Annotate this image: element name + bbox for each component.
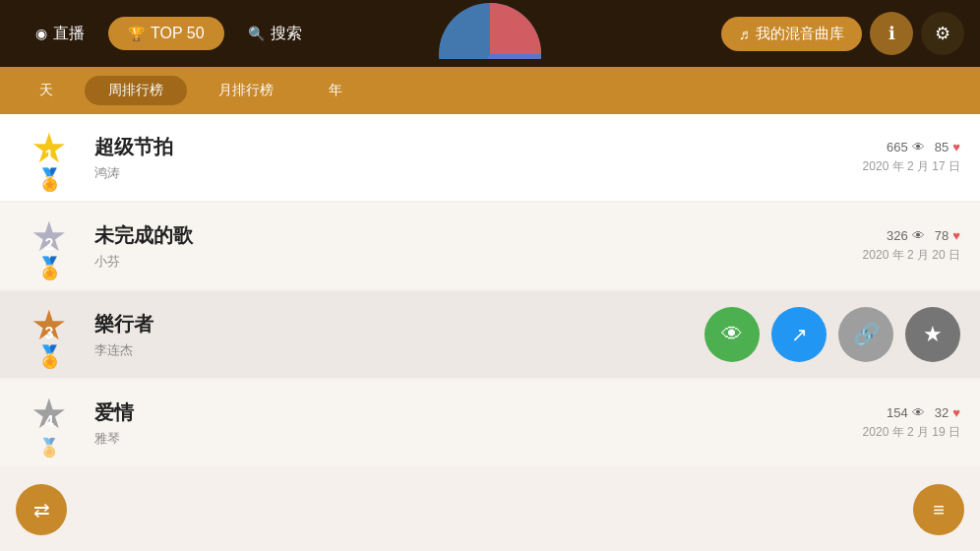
heart-icon-2: ♥	[952, 228, 960, 243]
top-nav: ◉ 直播 🏆 TOP 50 🔍 搜索 ♬ 我的混音曲库 ℹ ⚙	[0, 0, 980, 67]
playlist-icon: ≡	[933, 499, 945, 521]
view-count-2: 326 👁	[887, 228, 925, 243]
my-mix-button[interactable]: ♬ 我的混音曲库	[721, 17, 862, 51]
rank-badge-1: ★ 1 🏅	[20, 128, 79, 187]
rank-date-1: 2020 年 2 月 17 日	[863, 158, 960, 175]
shuffle-icon: ⇄	[33, 498, 50, 521]
eye-icon-1: 👁	[912, 140, 925, 154]
trophy-icon: 🏆	[128, 26, 145, 41]
eye-icon-4: 👁	[912, 405, 925, 420]
rank-title-4: 爱情	[94, 399, 863, 426]
rank-info-1: 超级节拍 鸿涛	[94, 134, 863, 182]
rank-artist-2: 小芬	[94, 253, 863, 271]
rank-artist-3: 李连杰	[94, 341, 689, 359]
search-icon: 🔍	[248, 26, 265, 41]
action-favorite-button[interactable]: ★	[905, 307, 960, 362]
rankings-list: ★ 1 🏅 超级节拍 鸿涛 665 👁 85 ♥	[0, 114, 980, 551]
action-buttons-3: 👁 ↗ 🔗 ★	[704, 307, 960, 362]
rank-artist-1: 鸿涛	[94, 164, 863, 182]
rank-item-3[interactable]: ★ 3 🏅 樂行者 李连杰 👁 ↗ 🔗 ★	[0, 291, 980, 378]
sub-tabs-bar: 天 周排行榜 月排行榜 年	[0, 67, 980, 114]
like-count-4: 32 ♥	[935, 405, 960, 420]
rank-info-4: 爱情 雅琴	[94, 399, 863, 448]
rank-info-2: 未完成的歌 小芬	[94, 222, 863, 271]
rank-stats-1: 665 👁 85 ♥ 2020 年 2 月 17 日	[863, 140, 960, 175]
like-count-1: 85 ♥	[935, 140, 960, 154]
eye-action-icon: 👁	[721, 322, 743, 347]
rank-number-1: 1	[45, 148, 54, 165]
tab-search[interactable]: 🔍 搜索	[228, 16, 322, 52]
laurel-icon-2: 🏅	[36, 258, 63, 279]
rank-badge-4: ★ 4 🏅	[20, 394, 79, 453]
sub-tab-year[interactable]: 年	[305, 76, 366, 105]
laurel-icon-3: 🏅	[36, 346, 63, 368]
rank-title-3: 樂行者	[94, 311, 689, 337]
like-count-2: 78 ♥	[935, 228, 960, 243]
eye-icon-2: 👁	[912, 228, 925, 243]
laurel-icon-1: 🏅	[36, 169, 63, 191]
info-button[interactable]: ℹ	[870, 12, 913, 55]
nav-right: ♬ 我的混音曲库 ℹ ⚙	[721, 12, 964, 55]
pie-chart-decoration	[436, 0, 544, 59]
sub-tab-month[interactable]: 月排行榜	[195, 76, 297, 105]
view-count-1: 665 👁	[887, 140, 925, 154]
settings-button[interactable]: ⚙	[921, 12, 964, 55]
action-view-button[interactable]: 👁	[704, 307, 760, 362]
app-container: ◉ 直播 🏆 TOP 50 🔍 搜索 ♬ 我的混音曲库 ℹ ⚙ 天	[0, 0, 980, 551]
rank-title-2: 未完成的歌	[94, 222, 863, 249]
rank-stats-2: 326 👁 78 ♥ 2020 年 2 月 20 日	[863, 228, 960, 264]
rank-number-3: 3	[45, 325, 54, 342]
heart-icon-4: ♥	[952, 405, 960, 420]
action-link-button[interactable]: 🔗	[838, 307, 893, 362]
live-icon: ◉	[35, 26, 47, 41]
tab-live[interactable]: ◉ 直播	[16, 16, 104, 52]
star-action-icon: ★	[923, 322, 943, 347]
sub-tab-week[interactable]: 周排行榜	[85, 76, 187, 105]
rank-title-1: 超级节拍	[94, 134, 863, 160]
link-icon: 🔗	[853, 322, 880, 347]
laurel-icon-4: 🏅	[38, 439, 60, 457]
action-share-button[interactable]: ↗	[771, 307, 827, 362]
rank-badge-2: ★ 2 🏅	[20, 216, 79, 276]
rank-artist-4: 雅琴	[94, 430, 863, 448]
rank-date-4: 2020 年 2 月 19 日	[863, 424, 960, 441]
rank-info-3: 樂行者 李连杰	[94, 311, 689, 359]
rank-number-2: 2	[45, 236, 54, 254]
rank-badge-3: ★ 3 🏅	[20, 305, 79, 364]
view-count-4: 154 👁	[887, 405, 925, 420]
tab-top50[interactable]: 🏆 TOP 50	[108, 17, 224, 50]
rank-item-1[interactable]: ★ 1 🏅 超级节拍 鸿涛 665 👁 85 ♥	[0, 114, 980, 201]
rank-item-4[interactable]: ★ 4 🏅 爱情 雅琴 154 👁 32 ♥	[0, 380, 980, 466]
rank-date-2: 2020 年 2 月 20 日	[863, 247, 960, 264]
rank-number-4: 4	[45, 413, 54, 431]
share-icon: ↗	[791, 323, 808, 346]
sub-tab-day[interactable]: 天	[16, 76, 77, 105]
heart-icon-1: ♥	[952, 140, 960, 154]
playlist-button[interactable]: ≡	[913, 484, 964, 535]
rank-stats-4: 154 👁 32 ♥ 2020 年 2 月 19 日	[863, 405, 960, 441]
music-note-icon: ♬	[739, 26, 750, 42]
shuffle-button[interactable]: ⇄	[16, 484, 67, 535]
rank-item-2[interactable]: ★ 2 🏅 未完成的歌 小芬 326 👁 78 ♥	[0, 203, 980, 289]
